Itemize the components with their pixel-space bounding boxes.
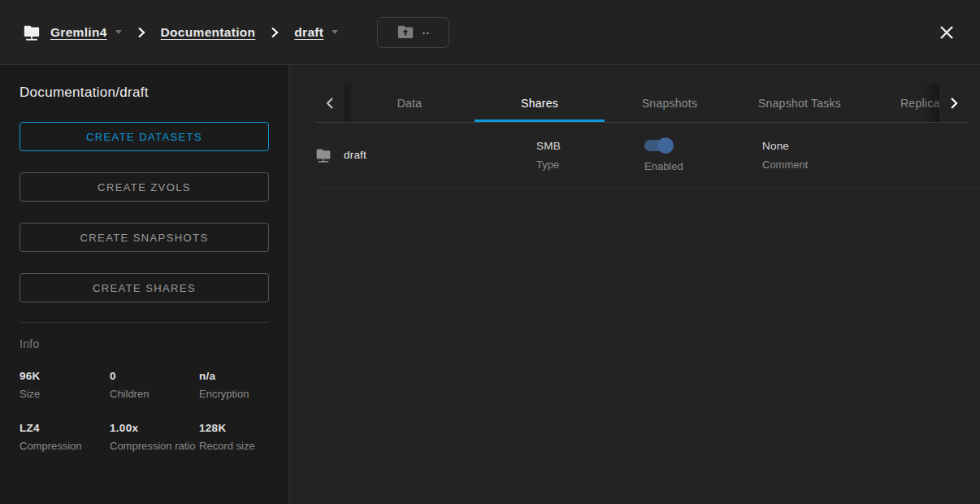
stat-children: 0 Children bbox=[110, 370, 199, 401]
stat-value: LZ4 bbox=[20, 422, 110, 434]
stat-label: Encryption bbox=[199, 387, 269, 401]
stat-label: Children bbox=[110, 387, 199, 401]
share-enabled-toggle[interactable] bbox=[644, 137, 674, 154]
network-folder-icon bbox=[315, 147, 332, 163]
chevron-right-icon bbox=[137, 27, 145, 38]
share-comment-cell: None Comment bbox=[762, 140, 980, 171]
breadcrumb-system[interactable]: Gremlin4 bbox=[50, 25, 107, 40]
tab-snapshots[interactable]: Snapshots bbox=[605, 84, 735, 122]
create-zvols-button[interactable]: CREATE ZVOLS bbox=[20, 172, 269, 202]
share-type-value: SMB bbox=[536, 140, 644, 152]
stat-compression-ratio: 1.00x Compression ratio bbox=[110, 422, 199, 453]
share-type-label: Type bbox=[536, 159, 644, 171]
parent-folder-button[interactable]: .. bbox=[377, 17, 449, 48]
stat-value: 96K bbox=[20, 370, 110, 382]
stat-value: 1.00x bbox=[110, 422, 199, 434]
create-datasets-button[interactable]: CREATE DATASETS bbox=[20, 122, 269, 151]
stat-encryption: n/a Encryption bbox=[199, 370, 269, 401]
sidebar: Documentation/draft CREATE DATASETS CREA… bbox=[0, 65, 289, 504]
tab-shares[interactable]: Shares bbox=[475, 84, 605, 122]
tab-bar: Data Shares Snapshots Snapshot Tasks Rep… bbox=[315, 84, 969, 123]
create-snapshots-button[interactable]: CREATE SNAPSHOTS bbox=[20, 223, 269, 252]
folder-up-icon bbox=[397, 24, 414, 41]
breadcrumb-documentation[interactable]: Documentation bbox=[161, 25, 256, 40]
stat-value: n/a bbox=[199, 370, 269, 382]
tab-data[interactable]: Data bbox=[345, 84, 475, 122]
share-type-cell: SMB Type bbox=[536, 140, 644, 171]
stat-label: Record size bbox=[199, 439, 269, 453]
share-name-cell: draft bbox=[315, 147, 536, 163]
share-enabled-label: Enabled bbox=[644, 160, 762, 172]
toggle-thumb bbox=[657, 137, 674, 154]
tab-replication[interactable]: Replication bbox=[865, 84, 939, 122]
breadcrumb-draft[interactable]: draft bbox=[294, 25, 323, 40]
close-button[interactable] bbox=[934, 20, 959, 45]
info-grid: 96K Size 0 Children n/a Encryption LZ4 C… bbox=[20, 370, 269, 453]
stat-record-size: 128K Record size bbox=[199, 422, 269, 453]
topbar: Gremlin4 Documentation draft .. bbox=[0, 0, 980, 65]
chevron-left-icon bbox=[326, 97, 334, 110]
info-heading: Info bbox=[20, 337, 269, 350]
chevron-down-icon[interactable] bbox=[332, 30, 338, 34]
parent-folder-label: .. bbox=[422, 26, 430, 34]
stat-size: 96K Size bbox=[20, 370, 110, 401]
share-comment-label: Comment bbox=[762, 159, 980, 171]
stat-label: Size bbox=[20, 387, 110, 401]
create-shares-button[interactable]: CREATE SHARES bbox=[20, 273, 269, 302]
chevron-right-icon bbox=[271, 27, 279, 38]
chevron-down-icon[interactable] bbox=[115, 30, 122, 34]
stat-label: Compression bbox=[20, 439, 110, 453]
chevron-right-icon bbox=[950, 97, 958, 110]
stat-label: Compression ratio bbox=[110, 439, 199, 453]
stat-compression: LZ4 Compression bbox=[20, 422, 110, 453]
share-comment-value: None bbox=[762, 140, 980, 152]
share-row: draft SMB Type Enabled None Comment bbox=[315, 123, 980, 188]
stat-value: 0 bbox=[110, 370, 199, 382]
main-panel: Data Shares Snapshots Snapshot Tasks Rep… bbox=[289, 65, 980, 504]
network-folder-icon bbox=[23, 24, 41, 41]
sidebar-divider bbox=[20, 322, 269, 323]
share-name: draft bbox=[344, 149, 366, 161]
share-enabled-cell: Enabled bbox=[644, 137, 762, 172]
close-icon bbox=[939, 25, 954, 40]
page-title: Documentation/draft bbox=[20, 85, 269, 101]
tab-list: Data Shares Snapshots Snapshot Tasks Rep… bbox=[345, 84, 939, 122]
tabs-scroll-left-button[interactable] bbox=[315, 84, 345, 122]
tab-snapshot-tasks[interactable]: Snapshot Tasks bbox=[735, 84, 865, 122]
stat-value: 128K bbox=[199, 422, 269, 434]
tabs-scroll-right-button[interactable] bbox=[939, 84, 969, 122]
